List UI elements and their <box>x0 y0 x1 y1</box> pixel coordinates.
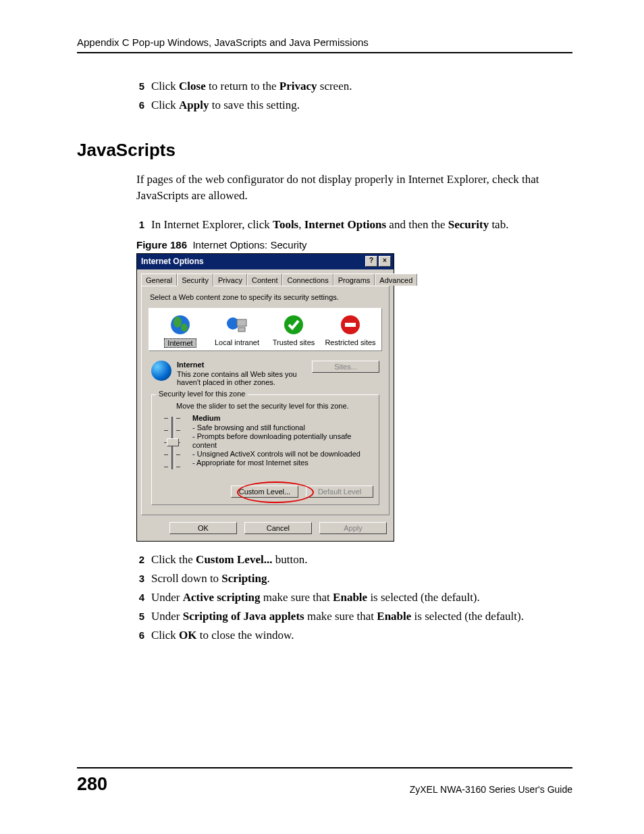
dialog-titlebar: Internet Options ? × <box>137 254 394 269</box>
step-number: 2 <box>132 551 144 569</box>
page-footer: 280 ZyXEL NWA-3160 Series User's Guide <box>77 767 572 795</box>
close-icon[interactable]: × <box>379 256 391 267</box>
step-number: 5 <box>132 608 144 625</box>
svg-rect-8 <box>345 323 356 327</box>
step-number: 1 <box>132 216 144 234</box>
top-steps: 5Click Close to return to the Privacy sc… <box>136 78 572 114</box>
zone-trusted-sites[interactable]: Trusted sites <box>265 314 322 348</box>
zone-label: Internet <box>164 338 196 348</box>
zone-label: Trusted sites <box>273 338 315 346</box>
tab-content[interactable]: Content <box>247 273 283 286</box>
zone-local-intranet[interactable]: Local intranet <box>209 314 265 348</box>
intro-paragraph: If pages of the web configurator do not … <box>136 172 572 204</box>
dialog-title: Internet Options <box>141 257 364 266</box>
sites-button[interactable]: Sites... <box>312 361 379 373</box>
step-number: 6 <box>132 97 144 114</box>
tab-advanced[interactable]: Advanced <box>375 273 417 286</box>
zone-internet[interactable]: Internet <box>152 314 209 348</box>
ok-button[interactable]: OK <box>169 522 237 534</box>
step-1: 1In Internet Explorer, click Tools, Inte… <box>136 216 572 234</box>
help-icon[interactable]: ? <box>365 256 377 267</box>
figure-caption: Figure 186 Internet Options: Security <box>136 239 572 251</box>
bottom-steps: 2Click the Custom Level... button.3Scrol… <box>136 551 572 644</box>
tab-strip: GeneralSecurityPrivacyContentConnections… <box>141 273 390 286</box>
zone-prompt: Select a Web content zone to specify its… <box>150 293 382 301</box>
zone-detail: Internet This zone contains all Web site… <box>151 361 379 386</box>
figure-label: Figure 186 <box>136 239 187 251</box>
zone-restricted-sites[interactable]: Restricted sites <box>322 314 379 348</box>
apply-button[interactable]: Apply <box>319 522 387 534</box>
svg-rect-5 <box>238 328 245 332</box>
security-level-label: Medium <box>192 414 373 422</box>
tab-general[interactable]: General <box>141 273 177 286</box>
default-level-button[interactable]: Default Level <box>306 486 373 498</box>
svg-point-1 <box>173 317 182 328</box>
step-number: 4 <box>132 589 144 606</box>
zone-detail-text: This zone contains all Web sites you hav… <box>177 370 297 386</box>
security-bullet: - Prompts before downloading potentially… <box>192 432 373 450</box>
svg-point-2 <box>181 323 188 332</box>
intranet-icon <box>226 314 248 336</box>
zone-detail-title: Internet <box>177 361 306 369</box>
check-icon <box>283 314 304 336</box>
zone-label: Local intranet <box>215 338 259 346</box>
internet-options-dialog: Internet Options ? × GeneralSecurityPriv… <box>136 253 394 542</box>
tab-privacy[interactable]: Privacy <box>213 273 247 286</box>
custom-level-button[interactable]: Custom Level... <box>231 486 298 498</box>
guide-title: ZyXEL NWA-3160 Series User's Guide <box>410 784 572 795</box>
security-description: Medium - Safe browsing and still functio… <box>192 414 373 473</box>
cancel-button[interactable]: Cancel <box>244 522 312 534</box>
group-label: Security level for this zone <box>156 390 248 398</box>
tab-panel: Select a Web content zone to specify its… <box>141 286 390 515</box>
globe-icon <box>151 361 171 381</box>
figure-caption-text: Internet Options: Security <box>192 239 306 251</box>
security-slider[interactable] <box>157 414 187 473</box>
security-bullet: - Appropriate for most Internet sites <box>192 459 373 467</box>
tab-programs[interactable]: Programs <box>333 273 375 286</box>
security-bullet: - Safe browsing and still functional <box>192 423 373 432</box>
security-level-group: Security level for this zone Move the sl… <box>151 394 379 505</box>
svg-rect-4 <box>237 319 246 326</box>
step-number: 6 <box>132 627 144 644</box>
globe-icon <box>169 314 191 336</box>
running-header: Appendix C Pop-up Windows, JavaScripts a… <box>77 36 572 53</box>
zone-list: InternetLocal intranetTrusted sitesRestr… <box>149 308 382 351</box>
tab-connections[interactable]: Connections <box>282 273 333 286</box>
tab-security[interactable]: Security <box>177 273 213 286</box>
dialog-footer: OK Cancel Apply <box>137 519 394 541</box>
zone-label: Restricted sites <box>325 338 375 346</box>
section-heading: JavaScripts <box>77 140 572 161</box>
page-number: 280 <box>77 774 410 795</box>
minus-icon <box>340 314 361 336</box>
group-hint: Move the slider to set the security leve… <box>176 402 373 410</box>
security-bullet: - Unsigned ActiveX controls will not be … <box>192 450 373 459</box>
step-number: 3 <box>132 570 144 588</box>
step-number: 5 <box>132 78 144 95</box>
